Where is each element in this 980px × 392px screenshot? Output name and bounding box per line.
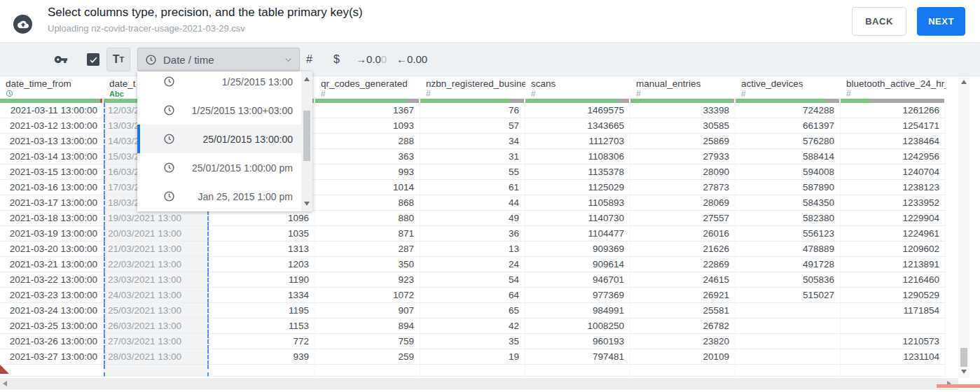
table-cell[interactable]: 28069: [630, 195, 736, 211]
table-cell[interactable]: 1072: [315, 288, 420, 303]
dropdown-option[interactable]: Jan 25, 2015 1:00 pm: [137, 182, 301, 211]
table-cell[interactable]: 1093: [315, 118, 420, 134]
column-header-bluetooth_active_24_hr_[interactable]: bluetooth_active_24_hr_#: [841, 76, 946, 99]
table-cell[interactable]: 21626: [630, 241, 736, 257]
table-cell[interactable]: 2021-03-26 13:00:00: [0, 334, 104, 349]
scroll-down-arrow-icon[interactable]: [304, 202, 310, 206]
horizontal-scrollbar[interactable]: [0, 378, 958, 390]
table-cell[interactable]: 27933: [630, 149, 736, 164]
table-cell[interactable]: [736, 318, 841, 334]
table-cell[interactable]: 23820: [630, 334, 736, 349]
table-cell[interactable]: 20/03/2021 13:00: [104, 226, 209, 241]
table-cell[interactable]: 556123: [736, 226, 841, 241]
table-cell[interactable]: 923: [315, 272, 420, 288]
table-cell[interactable]: 26/03/2021 13:00: [104, 318, 209, 334]
table-cell[interactable]: 1135378: [525, 164, 630, 180]
table-cell[interactable]: 31: [420, 149, 525, 164]
table-cell[interactable]: 2021-03-14 13:00:00: [0, 149, 104, 164]
table-cell[interactable]: 1242956: [841, 149, 946, 164]
table-cell[interactable]: 759: [315, 334, 420, 349]
column-header-manual_entries[interactable]: manual_entries#: [630, 76, 736, 99]
table-cell[interactable]: 36: [420, 226, 525, 241]
table-cell[interactable]: 259: [315, 349, 420, 365]
table-cell[interactable]: 1105893: [525, 195, 630, 211]
table-cell[interactable]: 24615: [630, 272, 736, 288]
column-header-qr_codes_generated[interactable]: qr_codes_generated#: [315, 76, 420, 99]
table-cell[interactable]: 30585: [630, 118, 736, 134]
table-cell[interactable]: 907: [315, 303, 420, 318]
table-cell[interactable]: 515027: [736, 288, 841, 303]
column-header-scans[interactable]: scans#: [525, 76, 630, 99]
table-cell[interactable]: 1203: [209, 257, 315, 272]
table-cell[interactable]: 584350: [736, 195, 841, 211]
table-cell[interactable]: 2021-03-16 13:00:00: [0, 180, 104, 195]
table-cell[interactable]: 1112703: [525, 134, 630, 149]
table-cell[interactable]: 13: [420, 241, 525, 257]
table-cell[interactable]: 64: [420, 288, 525, 303]
dropdown-scrollbar-thumb[interactable]: [303, 111, 310, 161]
currency-type-button[interactable]: $: [333, 43, 340, 76]
decrease-decimal-button[interactable]: ←0.00: [396, 43, 427, 76]
table-cell[interactable]: 797481: [525, 349, 630, 365]
column-header-active_devices[interactable]: active_devices#: [736, 76, 841, 99]
table-cell[interactable]: 27873: [630, 180, 736, 195]
table-cell[interactable]: 1224961: [841, 226, 946, 241]
table-cell[interactable]: 2021-03-23 13:00:00: [0, 288, 104, 303]
table-cell[interactable]: 1216460: [841, 272, 946, 288]
table-cell[interactable]: 25581: [630, 303, 736, 318]
table-cell[interactable]: 25869: [630, 134, 736, 149]
table-cell[interactable]: 33398: [630, 103, 736, 118]
table-cell[interactable]: 993: [315, 164, 420, 180]
table-cell[interactable]: 1233952: [841, 195, 946, 211]
table-cell[interactable]: 2021-03-19 13:00:00: [0, 226, 104, 241]
table-cell[interactable]: 350: [315, 257, 420, 272]
table-cell[interactable]: 1469575: [525, 103, 630, 118]
table-cell[interactable]: 871: [315, 226, 420, 241]
table-cell[interactable]: 1240704: [841, 164, 946, 180]
table-cell[interactable]: 960193: [525, 334, 630, 349]
table-cell[interactable]: 772: [209, 334, 315, 349]
table-cell[interactable]: 2021-03-17 13:00:00: [0, 195, 104, 211]
increase-decimal-button[interactable]: →0.00: [356, 43, 387, 76]
table-cell[interactable]: 1140730: [525, 211, 630, 226]
table-cell[interactable]: 54: [420, 272, 525, 288]
scroll-down-arrow-icon[interactable]: [961, 370, 967, 374]
table-cell[interactable]: 2021-03-15 13:00:00: [0, 164, 104, 180]
table-cell[interactable]: 868: [315, 195, 420, 211]
table-cell[interactable]: 22869: [630, 257, 736, 272]
table-cell[interactable]: 23/03/2021 13:00: [104, 272, 209, 288]
column-header-date_time_from[interactable]: date_time_from: [0, 76, 104, 99]
table-cell[interactable]: 1008250: [525, 318, 630, 334]
table-cell[interactable]: 2021-03-18 13:00:00: [0, 211, 104, 226]
table-cell[interactable]: 1213891: [841, 257, 946, 272]
table-cell[interactable]: 24: [420, 257, 525, 272]
next-button[interactable]: NEXT: [917, 7, 965, 36]
table-cell[interactable]: 57: [420, 118, 525, 134]
table-cell[interactable]: 288: [315, 134, 420, 149]
table-cell[interactable]: 28090: [630, 164, 736, 180]
table-cell[interactable]: 1290529: [841, 288, 946, 303]
table-cell[interactable]: 1238123: [841, 180, 946, 195]
table-cell[interactable]: 44: [420, 195, 525, 211]
table-cell[interactable]: 1104477: [525, 226, 630, 241]
table-cell[interactable]: 28/03/2021 13:00: [104, 349, 209, 365]
table-cell[interactable]: 24/03/2021 13:00: [104, 288, 209, 303]
table-cell[interactable]: 27557: [630, 211, 736, 226]
table-cell[interactable]: 1313: [209, 241, 315, 257]
boolean-type-checkbox[interactable]: [87, 53, 99, 66]
table-cell[interactable]: 582380: [736, 211, 841, 226]
table-cell[interactable]: 478889: [736, 241, 841, 257]
table-cell[interactable]: 1209602: [841, 241, 946, 257]
table-cell[interactable]: [736, 349, 841, 365]
table-cell[interactable]: 1125029: [525, 180, 630, 195]
table-cell[interactable]: 1254171: [841, 118, 946, 134]
table-cell[interactable]: 2021-03-22 13:00:00: [0, 272, 104, 288]
table-cell[interactable]: 1334: [209, 288, 315, 303]
scroll-up-arrow-icon[interactable]: [961, 80, 967, 84]
column-header-nzbn_registered_busine[interactable]: nzbn_registered_busine#: [420, 76, 525, 99]
table-cell[interactable]: 19: [420, 349, 525, 365]
table-cell[interactable]: 287: [315, 241, 420, 257]
table-cell[interactable]: 661397: [736, 118, 841, 134]
table-cell[interactable]: 2021-03-27 13:00:00: [0, 349, 104, 365]
table-cell[interactable]: 946701: [525, 272, 630, 288]
